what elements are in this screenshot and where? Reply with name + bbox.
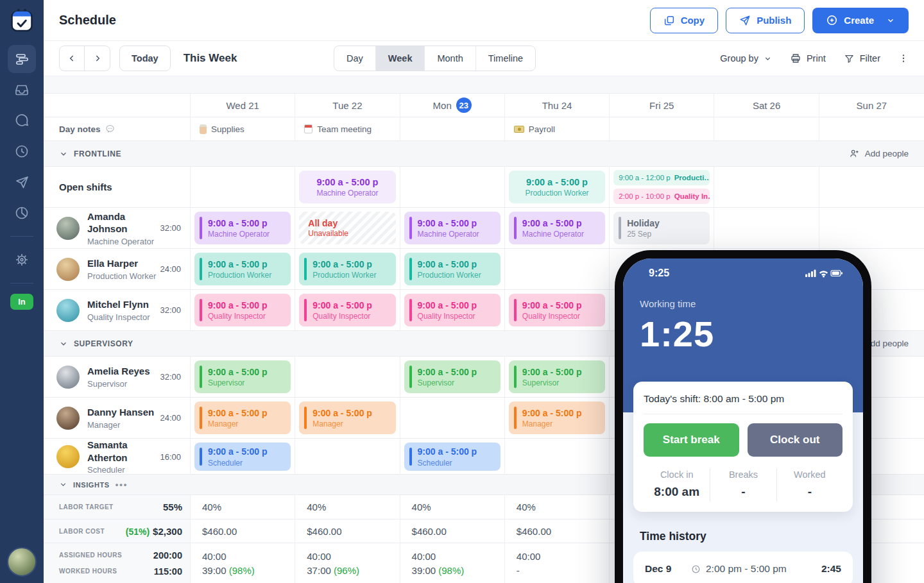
- filter-button[interactable]: Filter: [844, 53, 880, 64]
- shift-chip[interactable]: 9:00 a - 5:00 pQuality Inspector: [194, 294, 291, 326]
- sidebar-item-inbox[interactable]: [8, 76, 36, 104]
- employee-cell[interactable]: Amelia Reyes Supervisor 32:00: [44, 357, 191, 397]
- shift-cell[interactable]: [295, 357, 400, 397]
- shift-chip[interactable]: 9:00 a - 5:00 pSupervisor: [404, 360, 501, 393]
- open-shift-cell-thu[interactable]: 9:00 a - 5:00 p Production Worker: [505, 167, 610, 207]
- shift-chip[interactable]: 9:00 a - 5:00 pScheduler: [404, 443, 501, 471]
- employee-cell[interactable]: Amanda Johnson Machine Operator 32:00: [44, 208, 191, 248]
- shift-cell[interactable]: All dayUnavailable: [295, 208, 400, 248]
- shift-chip[interactable]: 9:00 a - 5:00 pProduction Worker: [299, 253, 395, 285]
- shift-chip[interactable]: 9:00 a - 5:00 pQuality Inspector: [299, 294, 395, 326]
- add-people-button[interactable]: Add people: [849, 148, 909, 159]
- shift-cell[interactable]: 9:00 a - 5:00 pMachine Operator: [191, 208, 295, 248]
- shift-chip[interactable]: 9:00 a - 5:00 pQuality Inspector: [404, 294, 501, 326]
- shift-cell[interactable]: 9:00 a - 5:00 pScheduler: [191, 439, 295, 475]
- chevron-down-icon[interactable]: [59, 339, 68, 348]
- sidebar-item-chat[interactable]: [8, 106, 36, 135]
- day-note-thu[interactable]: Payroll: [505, 117, 610, 140]
- day-note-sun[interactable]: [819, 117, 924, 140]
- shift-cell[interactable]: 9:00 a - 5:00 pMachine Operator: [505, 208, 610, 248]
- shift-cell[interactable]: 9:00 a - 5:00 pManager: [191, 398, 295, 438]
- shift-chip[interactable]: 9:00 a - 5:00 pManager: [509, 401, 605, 434]
- tab-month[interactable]: Month: [425, 46, 475, 71]
- shift-cell[interactable]: 9:00 a - 5:00 pQuality Inspector: [505, 290, 610, 330]
- shift-cell[interactable]: Holiday25 Sep: [610, 208, 714, 248]
- tab-timeline[interactable]: Timeline: [476, 46, 535, 71]
- prev-week-button[interactable]: [60, 46, 85, 71]
- shift-cell[interactable]: 9:00 a - 5:00 pQuality Inspector: [400, 290, 505, 330]
- open-shift-cell-sat[interactable]: [714, 167, 819, 207]
- day-header-mon[interactable]: Mon 23: [400, 94, 505, 117]
- shift-cell[interactable]: [505, 439, 610, 475]
- shift-chip[interactable]: 9:00 a - 5:00 pMachine Operator: [404, 212, 501, 244]
- shift-cell[interactable]: 9:00 a - 5:00 pScheduler: [400, 439, 505, 475]
- open-shift-chip-small[interactable]: 9:00 a - 12:00 p Producti…: [613, 170, 710, 185]
- shift-cell[interactable]: 9:00 a - 5:00 pManager: [505, 398, 610, 438]
- shift-cell[interactable]: [714, 208, 819, 248]
- start-break-button[interactable]: Start break: [644, 423, 739, 457]
- shift-cell[interactable]: 9:00 a - 5:00 pSupervisor: [191, 357, 295, 397]
- employee-cell[interactable]: Samanta Atherton Scheduler 16:00: [44, 439, 191, 475]
- sidebar-item-settings[interactable]: [8, 246, 36, 274]
- open-shift-chip[interactable]: 9:00 a - 5:00 p Production Worker: [509, 171, 605, 203]
- shift-cell[interactable]: 9:00 a - 5:00 pMachine Operator: [400, 208, 505, 248]
- open-shift-cell-tue[interactable]: 9:00 a - 5:00 p Machine Operator: [295, 167, 400, 207]
- shift-cell[interactable]: 9:00 a - 5:00 pProduction Worker: [295, 249, 400, 289]
- shift-cell[interactable]: [295, 439, 400, 475]
- employee-cell[interactable]: Mitchel Flynn Quality Inspector 32:00: [44, 290, 191, 330]
- shift-chip[interactable]: 9:00 a - 5:00 pManager: [299, 401, 395, 434]
- more-menu-button[interactable]: [898, 53, 909, 63]
- shift-chip[interactable]: 9:00 a - 5:00 pManager: [194, 401, 291, 434]
- sidebar-item-schedule[interactable]: [8, 45, 36, 73]
- open-shift-cell-fri[interactable]: 9:00 a - 12:00 p Producti… 2:00 p - 10:0…: [610, 167, 714, 207]
- open-shift-cell-wed[interactable]: [191, 167, 295, 207]
- day-header-thu[interactable]: Thu 24: [505, 94, 610, 117]
- shift-cell[interactable]: 9:00 a - 5:00 pQuality Inspector: [191, 290, 295, 330]
- shift-cell[interactable]: [400, 398, 505, 438]
- shift-chip[interactable]: 9:00 a - 5:00 pProduction Worker: [194, 253, 291, 285]
- day-note-mon[interactable]: [400, 117, 505, 140]
- shift-cell[interactable]: 9:00 a - 5:00 pManager: [295, 398, 400, 438]
- shift-chip[interactable]: 9:00 a - 5:00 pProduction Worker: [404, 253, 501, 285]
- clocked-in-badge[interactable]: In: [10, 294, 33, 310]
- shift-cell[interactable]: 9:00 a - 5:00 pProduction Worker: [400, 249, 505, 289]
- chevron-down-icon[interactable]: [59, 149, 68, 158]
- sidebar-item-timeclock[interactable]: [8, 137, 36, 165]
- day-note-sat[interactable]: [714, 117, 819, 140]
- unavailable-chip[interactable]: All dayUnavailable: [299, 212, 395, 244]
- time-history-entry[interactable]: Dec 9 2:00 pm - 5:00 pm 2:45: [645, 552, 841, 583]
- sidebar-item-reports[interactable]: [8, 199, 36, 227]
- shift-chip[interactable]: 9:00 a - 5:00 pMachine Operator: [194, 212, 291, 244]
- tab-week[interactable]: Week: [376, 46, 425, 71]
- create-button[interactable]: Create: [812, 8, 909, 33]
- shift-cell[interactable]: [819, 208, 924, 248]
- tab-day[interactable]: Day: [334, 46, 376, 71]
- shift-chip[interactable]: 9:00 a - 5:00 pQuality Inspector: [509, 294, 605, 326]
- day-header-wed[interactable]: Wed 21: [191, 94, 295, 117]
- day-header-sun[interactable]: Sun 27: [819, 94, 924, 117]
- app-logo-calendar-icon[interactable]: [9, 8, 35, 33]
- day-note-fri[interactable]: [610, 117, 714, 140]
- day-header-tue[interactable]: Tue 22: [295, 94, 400, 117]
- insights-more-icon[interactable]: •••: [116, 480, 128, 489]
- shift-chip[interactable]: 9:00 a - 5:00 pSupervisor: [509, 360, 605, 393]
- shift-cell[interactable]: 9:00 a - 5:00 pSupervisor: [400, 357, 505, 397]
- clock-out-button[interactable]: Clock out: [748, 423, 843, 457]
- sidebar-item-travel[interactable]: [8, 168, 36, 196]
- next-week-button[interactable]: [85, 46, 110, 71]
- day-header-fri[interactable]: Fri 25: [610, 94, 714, 117]
- print-button[interactable]: Print: [790, 53, 826, 64]
- shift-chip[interactable]: 9:00 a - 5:00 pScheduler: [194, 443, 291, 471]
- copy-button[interactable]: Copy: [650, 8, 719, 33]
- employee-cell[interactable]: Ella Harper Production Worker 24:00: [44, 249, 191, 289]
- shift-cell[interactable]: [505, 249, 610, 289]
- employee-cell[interactable]: Danny Hansen Manager 24:00: [44, 398, 191, 438]
- publish-button[interactable]: Publish: [726, 8, 805, 33]
- shift-chip[interactable]: 9:00 a - 5:00 pSupervisor: [194, 360, 291, 393]
- today-button[interactable]: Today: [119, 46, 171, 71]
- shift-cell[interactable]: 9:00 a - 5:00 pSupervisor: [505, 357, 610, 397]
- shift-cell[interactable]: 9:00 a - 5:00 pProduction Worker: [191, 249, 295, 289]
- user-avatar[interactable]: [7, 547, 37, 577]
- day-header-sat[interactable]: Sat 26: [714, 94, 819, 117]
- chevron-down-icon[interactable]: [59, 480, 67, 489]
